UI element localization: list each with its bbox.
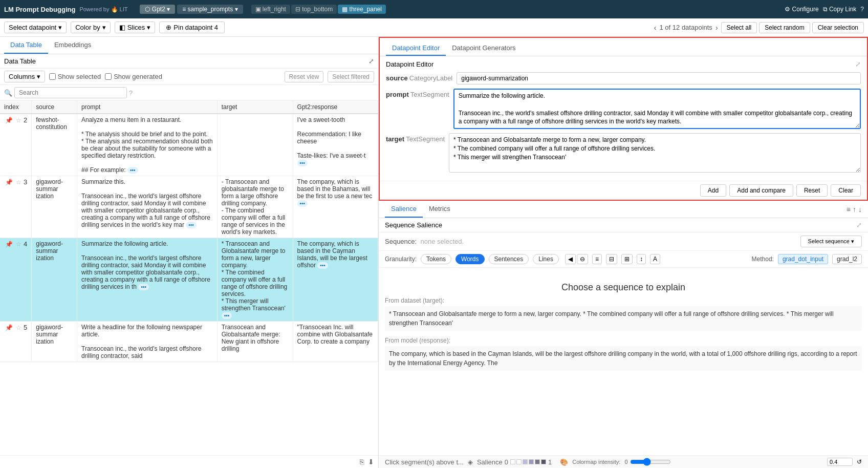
pin-row-button[interactable]: 📌 [4, 179, 14, 186]
gran-icon-7[interactable]: A [650, 254, 660, 264]
download-table-button[interactable]: ⬇ [368, 458, 374, 466]
target-textarea[interactable]: * Transocean and Globalsantafe merge to … [449, 133, 861, 173]
col-header-source: source [32, 101, 77, 114]
source-input[interactable] [457, 72, 861, 84]
tab-salience[interactable]: Salience [385, 201, 423, 218]
pin-datapoint-button[interactable]: ⊕ Pin datapoint 4 [159, 22, 225, 33]
gran-words-button[interactable]: Words [455, 254, 484, 264]
cell-prompt: Summarize this. Transocean inc., the wor… [77, 176, 218, 238]
data-table-title: Data Table [4, 57, 364, 65]
gran-icon-3[interactable]: ≡ [592, 254, 602, 264]
sort-desc-icon[interactable]: ↓ [858, 205, 862, 214]
sort-asc-icon[interactable]: ↑ [853, 205, 856, 214]
expand-icon[interactable]: ⤢ [368, 57, 374, 65]
slices-icon: ◧ [119, 24, 125, 31]
model-tab-sample-prompts[interactable]: ≡ sample_prompts ▾ [177, 5, 243, 14]
layout-tab-top-bottom[interactable]: ⊟ top_bottom [291, 5, 337, 14]
copy-table-button[interactable]: ⎘ [360, 458, 364, 466]
prev-datapoint-button[interactable]: ‹ [653, 24, 658, 32]
more-tag[interactable]: ••• [186, 222, 197, 228]
gran-icon-4[interactable]: ⊟ [606, 254, 617, 264]
more-tag[interactable]: ••• [138, 284, 149, 290]
help-icon[interactable]: ? [129, 89, 133, 97]
gran-icon-2[interactable]: ⊖ [577, 254, 588, 264]
select-sequence-button[interactable]: Select sequence ▾ [800, 236, 862, 247]
select-filtered-button[interactable]: Select filtered [328, 71, 374, 82]
reset-button[interactable]: Reset [796, 184, 828, 197]
model-tab-gpt2[interactable]: ⬡ Gpt2 ▾ [140, 5, 175, 14]
columns-button[interactable]: Columns ▾ [4, 71, 45, 82]
gran-icon-6[interactable]: ↕ [637, 254, 646, 264]
star-row-button[interactable]: ☆ [15, 179, 23, 186]
chevron-down-icon: ▾ [102, 24, 106, 31]
layout-tab-left-right[interactable]: ▣ left_right [251, 5, 290, 14]
more-tag[interactable]: ••• [222, 312, 232, 319]
clear-button[interactable]: Clear [831, 184, 861, 197]
from-dataset-text[interactable]: * Transocean and Globalsantafe merge to … [385, 306, 862, 331]
table-row[interactable]: 📌 ☆ 4 gigaword-summar ization Summarize … [0, 238, 378, 322]
colormap-intensity-slider[interactable] [630, 458, 671, 466]
slices-button[interactable]: ◧ Slices ▾ [115, 22, 156, 33]
tab-embeddings[interactable]: Embeddings [48, 37, 97, 54]
table-row[interactable]: 📌 ☆ 5 gigaword-summar ization Write a he… [0, 322, 378, 362]
copy-link-button[interactable]: ⧉ Copy Link [823, 6, 857, 13]
show-selected-checkbox[interactable] [49, 73, 56, 80]
method-grad-dot-button[interactable]: grad_dot_input [778, 254, 828, 264]
add-compare-button[interactable]: Add and compare [729, 184, 793, 197]
app-title: LM Prompt Debugging [4, 6, 75, 13]
more-tag[interactable]: ••• [297, 200, 308, 207]
tab-datapoint-editor[interactable]: Datapoint Editor [386, 41, 446, 56]
select-random-button[interactable]: Select random [759, 22, 810, 33]
select-all-button[interactable]: Select all [721, 22, 757, 33]
clear-selection-button[interactable]: Clear selection [812, 22, 864, 33]
show-selected-label[interactable]: Show selected [49, 73, 101, 80]
tab-data-table[interactable]: Data Table [4, 37, 48, 54]
method-grad-l2-button[interactable]: grad_l2 [832, 254, 862, 264]
more-tag[interactable]: ••• [127, 167, 138, 174]
show-generated-checkbox[interactable] [105, 73, 112, 80]
source-label: source CategoryLabel [386, 72, 452, 82]
expand-icon[interactable]: ⤢ [855, 60, 861, 68]
gran-sentences-button[interactable]: Sentences [489, 254, 529, 264]
star-row-button[interactable]: ☆ [15, 241, 23, 248]
colormap-value-input[interactable] [827, 458, 853, 466]
pin-row-button[interactable]: 📌 [4, 117, 14, 124]
layout-tabs: ▣ left_right ⊟ top_bottom ▦ three_panel [251, 5, 386, 14]
sequence-section[interactable]: Choose a sequence to explain From datase… [379, 268, 868, 455]
gran-icon-1[interactable]: ◀ [565, 254, 576, 264]
table-container[interactable]: index source prompt target Gpt2:response… [0, 101, 378, 455]
source-field-row: source CategoryLabel [386, 72, 861, 84]
next-datapoint-button[interactable]: › [714, 24, 719, 32]
select-datapoint-button[interactable]: Select datapoint ▾ [4, 22, 67, 33]
search-input[interactable] [14, 87, 127, 98]
table-row[interactable]: 📌 ☆ 2 fewshot-constitution Analyze a men… [0, 114, 378, 176]
gran-tokens-button[interactable]: Tokens [421, 254, 451, 264]
more-tag[interactable]: ••• [317, 262, 328, 269]
pin-row-button[interactable]: 📌 [4, 241, 14, 248]
menu-icon[interactable]: ≡ [847, 205, 851, 214]
tab-metrics[interactable]: Metrics [423, 201, 457, 218]
table-row[interactable]: 📌 ☆ 3 gigaword-summar ization Summarize … [0, 176, 378, 238]
nav-section: ‹ 1 of 12 datapoints › Select all Select… [653, 22, 864, 33]
expand-icon[interactable]: ⤢ [856, 221, 862, 229]
prompt-textarea[interactable]: Summarize the following article. Transoc… [453, 89, 861, 129]
reset-view-button[interactable]: Reset view [285, 71, 324, 82]
star-row-button[interactable]: ☆ [15, 324, 23, 331]
star-row-button[interactable]: ☆ [15, 117, 23, 124]
layout-tab-three-panel[interactable]: ▦ three_panel [338, 5, 386, 14]
help-button[interactable]: ? [860, 6, 864, 13]
gran-icon-5[interactable]: ⊞ [621, 254, 633, 264]
pin-row-button[interactable]: 📌 [4, 324, 14, 331]
tab-datapoint-generators[interactable]: Datapoint Generators [446, 41, 522, 56]
from-model-text[interactable]: The company, which is based in the Cayma… [385, 346, 862, 371]
show-generated-label[interactable]: Show generated [105, 73, 162, 80]
cell-index: 📌 ☆ 3 [0, 176, 32, 238]
gran-lines-button[interactable]: Lines [533, 254, 559, 264]
add-button[interactable]: Add [700, 184, 726, 197]
refresh-icon[interactable]: ↺ [857, 458, 862, 465]
configure-button[interactable]: ⚙ Configure [785, 6, 818, 13]
color-by-button[interactable]: Color by ▾ [71, 22, 110, 33]
pin-icon: ⊕ [166, 24, 171, 31]
more-tag[interactable]: ••• [297, 160, 308, 166]
cell-prompt: Summarize the following article. Transoc… [77, 238, 218, 322]
